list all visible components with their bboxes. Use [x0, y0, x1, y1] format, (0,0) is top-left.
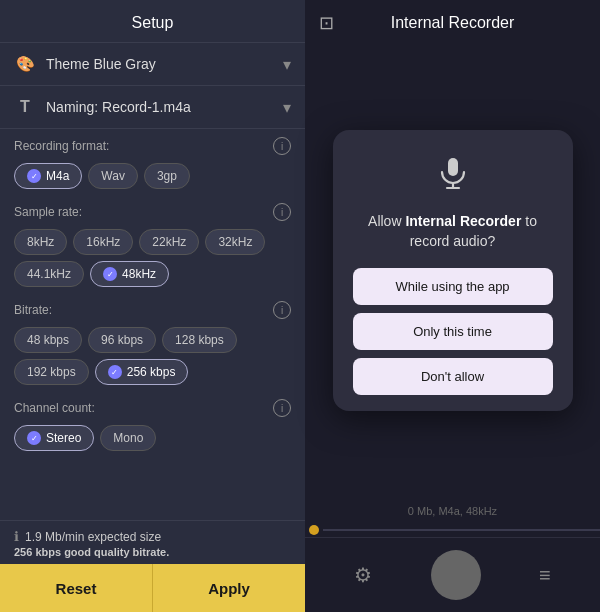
- naming-row[interactable]: T Naming: Record-1.m4a ▾: [0, 86, 305, 129]
- info-circle-icon: ℹ: [14, 529, 19, 544]
- progress-line: [323, 529, 600, 531]
- chip-3gp[interactable]: 3gp: [144, 163, 190, 189]
- while-using-btn[interactable]: While using the app: [353, 268, 553, 305]
- channel-count-label: Channel count:: [14, 401, 95, 415]
- chip-96kbps[interactable]: 96 kbps: [88, 327, 156, 353]
- left-header: Setup: [0, 0, 305, 43]
- sample-rate-chips: 8kHz 16kHz 22kHz 32kHz 44.1kHz ✓ 48kHz: [0, 225, 305, 293]
- chip-32khz[interactable]: 32kHz: [205, 229, 265, 255]
- channel-count-chips: ✓ Stereo Mono: [0, 421, 305, 457]
- dont-allow-btn[interactable]: Don't allow: [353, 358, 553, 395]
- reset-button[interactable]: Reset: [0, 564, 152, 612]
- mic-icon: [435, 154, 471, 198]
- list-icon[interactable]: ≡: [539, 564, 551, 587]
- setup-title: Setup: [132, 14, 174, 31]
- status-text: 0 Mb, M4a, 48kHz: [408, 505, 497, 517]
- naming-arrow: ▾: [283, 98, 291, 117]
- recording-format-chips: ✓ M4a Wav 3gp: [0, 159, 305, 195]
- theme-label: Theme Blue Gray: [46, 56, 283, 72]
- only-this-time-btn[interactable]: Only this time: [353, 313, 553, 350]
- recording-format-info[interactable]: i: [273, 137, 291, 155]
- naming-icon: T: [14, 96, 36, 118]
- apply-button[interactable]: Apply: [152, 564, 305, 612]
- dialog-brand: Internal Recorder: [405, 213, 521, 229]
- settings-icon[interactable]: ⚙: [354, 563, 372, 587]
- bottom-info: ℹ 1.9 Mb/min expected size 256 kbps good…: [0, 520, 305, 564]
- progress-bar-row: [305, 523, 600, 537]
- sample-rate-section: Sample rate: i: [0, 195, 305, 225]
- sample-rate-label: Sample rate:: [14, 205, 82, 219]
- theme-row[interactable]: 🎨 Theme Blue Gray ▾: [0, 43, 305, 86]
- chip-192kbps[interactable]: 192 kbps: [14, 359, 89, 385]
- progress-dot: [309, 525, 319, 535]
- check-icon-48khz: ✓: [103, 267, 117, 281]
- recording-format-label: Recording format:: [14, 139, 109, 153]
- record-button[interactable]: [431, 550, 481, 600]
- chip-256kbps[interactable]: ✓ 256 kbps: [95, 359, 189, 385]
- check-icon-256kbps: ✓: [108, 365, 122, 379]
- chip-48kbps[interactable]: 48 kbps: [14, 327, 82, 353]
- right-content: Allow Internal Recorder to record audio?…: [305, 42, 600, 499]
- right-panel: ⊡ Internal Recorder Allow Internal Recor…: [305, 0, 600, 612]
- right-header: ⊡ Internal Recorder: [305, 0, 600, 42]
- chip-441khz[interactable]: 44.1kHz: [14, 261, 84, 287]
- sample-rate-info[interactable]: i: [273, 203, 291, 221]
- bitrate-info[interactable]: i: [273, 301, 291, 319]
- left-panel: Setup 🎨 Theme Blue Gray ▾ T Naming: Reco…: [0, 0, 305, 612]
- dialog-text: Allow Internal Recorder to record audio?: [353, 212, 553, 251]
- back-icon[interactable]: ⊡: [319, 12, 334, 34]
- bitrate-label: Bitrate:: [14, 303, 52, 317]
- status-bar: 0 Mb, M4a, 48kHz: [305, 499, 600, 523]
- chip-m4a[interactable]: ✓ M4a: [14, 163, 82, 189]
- right-header-title: Internal Recorder: [391, 14, 515, 32]
- channel-count-info[interactable]: i: [273, 399, 291, 417]
- bottom-info-sub: 256 kbps good quality bitrate.: [14, 546, 291, 558]
- chip-mono[interactable]: Mono: [100, 425, 156, 451]
- check-icon: ✓: [27, 169, 41, 183]
- channel-count-section: Channel count: i: [0, 391, 305, 421]
- svg-rect-0: [448, 158, 458, 176]
- chip-22khz[interactable]: 22kHz: [139, 229, 199, 255]
- settings-content: Recording format: i ✓ M4a Wav 3gp Sample…: [0, 129, 305, 520]
- theme-icon: 🎨: [14, 53, 36, 75]
- chip-wav[interactable]: Wav: [88, 163, 138, 189]
- chip-16khz[interactable]: 16kHz: [73, 229, 133, 255]
- chip-48khz[interactable]: ✓ 48kHz: [90, 261, 169, 287]
- chip-stereo[interactable]: ✓ Stereo: [14, 425, 94, 451]
- chip-8khz[interactable]: 8kHz: [14, 229, 67, 255]
- bitrate-section: Bitrate: i: [0, 293, 305, 323]
- recording-format-section: Recording format: i: [0, 129, 305, 159]
- check-icon-stereo: ✓: [27, 431, 41, 445]
- bottom-info-main: ℹ 1.9 Mb/min expected size: [14, 529, 291, 544]
- bottom-buttons: Reset Apply: [0, 564, 305, 612]
- bitrate-chips: 48 kbps 96 kbps 128 kbps 192 kbps ✓ 256 …: [0, 323, 305, 391]
- chip-128kbps[interactable]: 128 kbps: [162, 327, 237, 353]
- theme-arrow: ▾: [283, 55, 291, 74]
- naming-label: Naming: Record-1.m4a: [46, 99, 283, 115]
- permission-dialog: Allow Internal Recorder to record audio?…: [333, 130, 573, 410]
- bottom-controls: ⚙ ≡: [305, 537, 600, 612]
